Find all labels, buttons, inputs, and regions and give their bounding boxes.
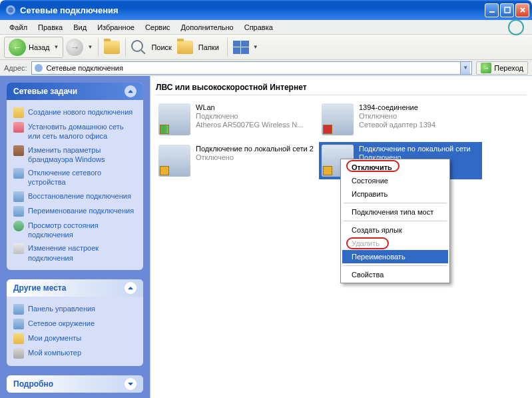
panel-body-tasks: Создание нового подключения Установить д… <box>7 100 143 270</box>
documents-icon <box>13 333 24 344</box>
place-label: Мой компьютер <box>28 348 81 357</box>
address-dropdown-icon[interactable]: ▼ <box>460 62 470 74</box>
svg-rect-2 <box>489 11 495 13</box>
task-label: Создание нового подключения <box>28 107 133 117</box>
place-my-network[interactable]: Сетевое окружение <box>13 317 136 331</box>
wifi-connection-icon <box>158 103 190 135</box>
connection-status: Отключено <box>196 153 314 161</box>
connection-wlan[interactable]: WLan Подключено Atheros AR5007EG Wireles… <box>156 101 319 138</box>
place-my-documents[interactable]: Мои документы <box>13 331 136 346</box>
search-label[interactable]: Поиск <box>148 43 174 51</box>
task-label: Восстановление подключения <box>28 191 131 201</box>
ctx-properties[interactable]: Свойства <box>342 268 448 281</box>
rename-icon <box>13 206 24 217</box>
repair-icon <box>13 191 24 202</box>
firewall-icon <box>13 145 24 156</box>
status-icon <box>13 221 24 231</box>
window-buttons <box>485 3 529 17</box>
task-label: Просмотр состояния подключения <box>28 221 136 240</box>
menu-edit[interactable]: Правка <box>33 22 68 33</box>
toolbar: ← Назад ▼ → ▼ Поиск Папки ▼ <box>0 35 532 60</box>
ctx-status[interactable]: Состояние <box>342 174 448 187</box>
lan-connection-icon <box>322 103 354 135</box>
menu-help[interactable]: Справка <box>239 22 278 33</box>
title-bar: Сетевые подключения <box>0 0 532 20</box>
panel-head-places[interactable]: Другие места ⏶ <box>7 279 143 297</box>
minimize-button[interactable] <box>485 3 499 17</box>
panel-network-tasks: Сетевые задачи ⏶ Создание нового подключ… <box>7 83 143 270</box>
place-control-panel[interactable]: Панель управления <box>13 302 136 317</box>
address-text: Сетевые подключения <box>44 64 461 72</box>
app-icon <box>5 5 16 15</box>
connection-lan2[interactable]: Подключение по локальной сети 2 Отключен… <box>156 142 319 179</box>
address-input[interactable]: Сетевые подключения ▼ <box>31 61 473 75</box>
panel-body-places: Панель управления Сетевое окружение Мои … <box>7 297 143 366</box>
back-dropdown-icon[interactable]: ▼ <box>54 44 59 50</box>
disable-icon <box>13 168 24 179</box>
task-rename[interactable]: Переименование подключения <box>13 204 136 219</box>
task-label: Изменение настроек подключения <box>28 243 136 263</box>
menu-service[interactable]: Сервис <box>140 22 176 33</box>
forward-button[interactable]: → <box>66 39 83 56</box>
task-label: Изменить параметры брандмауэра Windows <box>28 145 136 165</box>
ctx-rename[interactable]: Переименовать <box>342 250 448 263</box>
chevron-up-icon: ⏶ <box>125 85 136 97</box>
place-label: Мои документы <box>28 333 81 343</box>
forward-dropdown-icon[interactable]: ▼ <box>87 44 93 50</box>
new-connection-icon <box>13 107 24 118</box>
go-button[interactable]: → Переход <box>476 61 528 75</box>
ctx-delete: Удалить <box>342 237 448 250</box>
ctx-bridge[interactable]: Подключения типа мост <box>342 205 448 219</box>
task-new-connection[interactable]: Создание нового подключения <box>13 105 136 120</box>
back-label: Назад <box>29 43 50 51</box>
folders-label[interactable]: Папки <box>196 43 222 51</box>
back-arrow-icon: ← <box>9 39 26 56</box>
back-button[interactable]: ← Назад ▼ <box>4 37 63 58</box>
views-button[interactable] <box>233 41 249 54</box>
svg-point-4 <box>35 64 43 72</box>
ctx-separator <box>344 265 447 266</box>
svg-rect-3 <box>505 7 510 13</box>
address-icon <box>33 63 44 73</box>
task-home-network[interactable]: Установить домашнюю сеть или сеть малого… <box>13 120 136 143</box>
task-label: Установить домашнюю сеть или сеть малого… <box>28 122 136 141</box>
place-label: Сетевое окружение <box>28 319 95 328</box>
content-pane: ЛВС или высокоскоростной Интернет WLan П… <box>150 76 532 398</box>
up-folder-icon[interactable] <box>104 41 120 54</box>
menu-view[interactable]: Вид <box>68 22 92 33</box>
chevron-down-icon: ⏷ <box>125 378 136 390</box>
views-dropdown-icon[interactable]: ▼ <box>253 44 258 50</box>
task-disable-device[interactable]: Отключение сетевого устройства <box>13 166 136 189</box>
connection-status: Отключено <box>359 112 435 120</box>
go-label: Переход <box>494 64 523 72</box>
menu-file[interactable]: Файл <box>4 22 33 33</box>
ctx-repair[interactable]: Исправить <box>342 187 448 201</box>
search-icon[interactable] <box>131 40 146 55</box>
throbber-icon <box>508 19 524 35</box>
menu-favorites[interactable]: Избранное <box>92 22 140 33</box>
ctx-shortcut[interactable]: Создать ярлык <box>342 223 448 237</box>
lan-connection-icon <box>158 145 190 177</box>
ctx-disable[interactable]: Отключить <box>342 161 448 174</box>
place-my-computer[interactable]: Мой компьютер <box>13 346 136 361</box>
folders-icon[interactable] <box>177 41 193 54</box>
panel-head-details[interactable]: Подробно ⏷ <box>7 375 143 393</box>
close-button[interactable] <box>515 3 529 17</box>
task-change-settings[interactable]: Изменение настроек подключения <box>13 241 136 265</box>
main-area: Сетевые задачи ⏶ Создание нового подключ… <box>0 76 532 398</box>
task-view-status[interactable]: Просмотр состояния подключения <box>13 219 136 242</box>
ctx-separator <box>344 203 447 203</box>
maximize-button[interactable] <box>500 3 514 17</box>
connection-name: 1394-соединение <box>359 103 435 111</box>
menu-advanced[interactable]: Дополнительно <box>176 22 239 33</box>
connection-1394[interactable]: 1394-соединение Отключено Сетевой адапте… <box>319 101 482 138</box>
panel-other-places: Другие места ⏶ Панель управления Сетевое… <box>7 279 143 366</box>
panel-head-tasks[interactable]: Сетевые задачи ⏶ <box>7 83 143 100</box>
task-firewall[interactable]: Изменить параметры брандмауэра Windows <box>13 143 136 167</box>
settings-icon <box>13 243 24 254</box>
svg-point-1 <box>8 7 13 13</box>
place-label: Панель управления <box>28 304 95 313</box>
menu-bar: Файл Правка Вид Избранное Сервис Дополни… <box>0 20 532 35</box>
task-repair[interactable]: Восстановление подключения <box>13 189 136 204</box>
connection-name: Подключение по локальной сети <box>359 145 471 153</box>
